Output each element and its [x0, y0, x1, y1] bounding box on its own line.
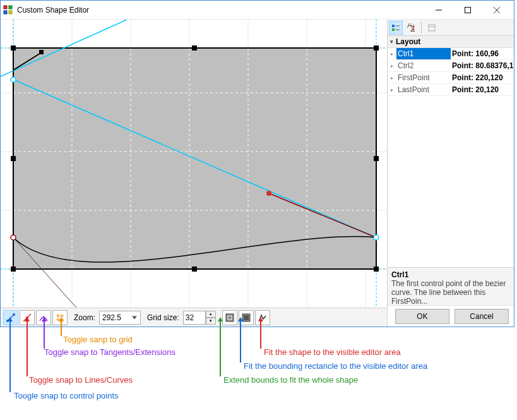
canvas-pane: Zoom: 292.5 Grid size: ▲▼ — [1, 20, 388, 327]
help-pane: Ctrl1 The first control point of the bez… — [388, 267, 514, 305]
svg-rect-35 — [192, 45, 197, 51]
svg-rect-64 — [244, 315, 249, 320]
grid-size-spinner[interactable]: ▲▼ — [183, 311, 216, 325]
property-row[interactable]: ▸Ctrl2Point: 80.68376,17 — [388, 60, 514, 72]
annotation-label: Fit the shape to the visible editor area — [264, 347, 401, 357]
svg-point-50 — [374, 235, 379, 240]
titlebar: Custom Shape Editor — [1, 1, 514, 20]
spin-down[interactable]: ▼ — [206, 318, 216, 325]
canvas[interactable] — [1, 20, 387, 308]
svg-rect-0 — [4, 6, 7, 9]
app-icon — [3, 5, 13, 15]
svg-rect-41 — [374, 267, 379, 272]
svg-rect-62 — [226, 314, 234, 321]
annotation-label: Toggle sanp to grid — [63, 335, 133, 344]
annotation-label: Toogle snap to control points — [14, 391, 119, 400]
annotation-label: Toggle snap to Tangents/Extensions — [44, 347, 175, 357]
svg-rect-66 — [392, 28, 395, 31]
maximize-button[interactable] — [453, 1, 482, 19]
svg-text:Z: Z — [410, 25, 415, 32]
svg-rect-65 — [392, 25, 395, 27]
svg-rect-40 — [192, 267, 197, 272]
close-button[interactable] — [482, 1, 511, 19]
property-row[interactable]: ▸FirstPointPoint: 220,120 — [388, 72, 514, 84]
propgrid-toolbar: AZ — [388, 20, 514, 36]
svg-point-51 — [11, 235, 16, 240]
property-pages-icon[interactable] — [425, 21, 439, 35]
extend-bounds-button[interactable] — [222, 310, 237, 325]
window-controls — [424, 1, 511, 19]
svg-rect-37 — [11, 156, 16, 161]
window-title: Custom Shape Editor — [17, 6, 424, 15]
grid-size-label: Grid size: — [147, 313, 179, 322]
svg-rect-3 — [9, 11, 12, 14]
svg-point-48 — [11, 77, 16, 82]
annotation-label: Fit the bounding rectancle to the visibl… — [244, 361, 427, 371]
svg-rect-38 — [374, 156, 379, 161]
svg-point-49 — [266, 191, 271, 196]
categorized-icon[interactable] — [389, 21, 403, 35]
zoom-label: Zoom: — [74, 313, 95, 322]
alphabetical-icon[interactable]: AZ — [404, 21, 418, 35]
ok-button[interactable]: OK — [395, 309, 449, 324]
help-title: Ctrl1 — [391, 270, 510, 279]
svg-rect-47 — [39, 50, 44, 54]
spin-up[interactable]: ▲ — [206, 311, 216, 318]
svg-rect-5 — [465, 7, 471, 13]
app-window: Custom Shape Editor — [0, 0, 514, 327]
annotation-label: Toggle snap to Lines/Curves — [29, 375, 133, 385]
help-body: The first control point of the bezier cu… — [391, 279, 510, 305]
dialog-buttons: OK Cancel — [388, 305, 514, 327]
svg-rect-1 — [9, 6, 12, 9]
property-pane: AZ ▾Layout ▸Ctrl1Point: 160,96▸Ctrl2Poin… — [388, 20, 514, 327]
property-row[interactable]: ▸Ctrl1Point: 160,96 — [388, 48, 514, 60]
svg-rect-36 — [374, 45, 379, 51]
property-row[interactable]: ▸LastPointPoint: 20,120 — [388, 84, 514, 96]
category-layout[interactable]: ▾Layout — [388, 36, 514, 48]
grid-size-input[interactable] — [183, 311, 206, 325]
svg-rect-72 — [429, 25, 435, 31]
svg-rect-34 — [11, 45, 16, 51]
minimize-button[interactable] — [424, 1, 453, 19]
svg-rect-39 — [11, 267, 16, 272]
cancel-button[interactable]: Cancel — [455, 309, 509, 324]
annotation-label: Extend bounds to fit the whole shape — [223, 375, 358, 385]
property-grid[interactable]: ▾Layout ▸Ctrl1Point: 160,96▸Ctrl2Point: … — [388, 36, 514, 267]
svg-rect-2 — [4, 11, 7, 14]
svg-point-54 — [13, 313, 15, 316]
zoom-combo[interactable]: 292.5 — [99, 311, 141, 325]
